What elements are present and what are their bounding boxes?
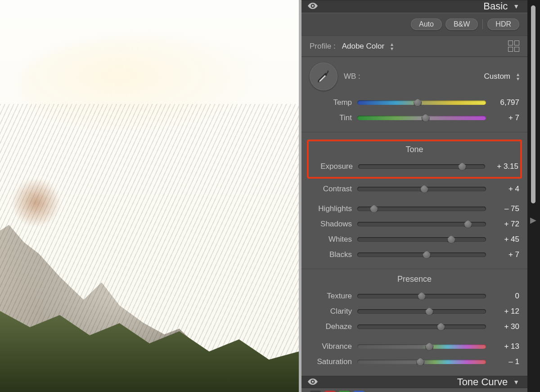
collapse-icon[interactable]: ▼ [513,3,519,10]
texture-label: Texture [310,292,352,301]
slider-knob[interactable] [370,205,378,213]
channel-swatches [302,389,527,392]
wb-value[interactable]: Custom [484,72,510,81]
pill-divider [482,19,483,29]
temp-row: Temp 6,797 [310,95,519,110]
slider-knob[interactable] [458,162,466,171]
blacks-value[interactable]: + 7 [491,250,519,259]
tone-curve-header[interactable]: Tone Curve ▼ [302,376,527,388]
tone-curve-body [302,388,527,392]
svg-point-1 [312,381,314,383]
mode-pill-row: Auto B&W HDR [302,13,527,36]
clarity-row: Clarity + 12 [310,304,519,319]
blacks-label: Blacks [310,250,352,259]
collapse-icon[interactable]: ▼ [513,378,519,386]
exposure-slider[interactable] [358,164,485,169]
tone-section: Tone Exposure + 3.15 Contrast + 4 [302,132,527,269]
texture-row: Texture 0 [310,288,519,304]
updown-icon[interactable]: ▴▾ [391,42,393,51]
temp-value[interactable]: 6,797 [491,98,519,107]
whites-slider[interactable] [357,237,486,242]
vibrance-label: Vibrance [310,342,352,351]
slider-knob[interactable] [414,99,422,107]
slider-knob[interactable] [447,235,455,243]
wb-section: WB : Custom ▴▾ Temp 6,797 Tint + 7 [302,57,527,132]
tint-label: Tint [310,113,352,122]
contrast-value[interactable]: + 4 [491,185,519,194]
panel-scrollbar[interactable]: ▶ [527,0,540,392]
profile-label: Profile : [310,42,336,51]
contrast-slider[interactable] [357,187,486,191]
texture-value[interactable]: 0 [491,292,519,301]
contrast-label: Contrast [310,185,352,194]
saturation-value[interactable]: – 1 [491,357,519,366]
slider-knob[interactable] [416,358,424,366]
tone-title: Tone [310,145,518,154]
basic-body: Auto B&W HDR Profile : Adobe Color ▴▾ [302,13,527,376]
dehaze-slider[interactable] [357,324,486,329]
tone-curve-title: Tone Curve [457,376,508,388]
dehaze-label: Dehaze [310,322,352,331]
exposure-label: Exposure [310,162,353,171]
presence-section: Presence Texture 0 Clarity + 12 Dehaze [302,269,527,376]
slider-knob[interactable] [418,292,426,300]
highlights-value[interactable]: – 75 [491,204,519,213]
exposure-row: Exposure + 3.15 [310,159,518,174]
clarity-slider[interactable] [357,309,486,314]
contrast-row: Contrast + 4 [310,181,519,197]
basic-title: Basic [483,0,508,12]
basic-header[interactable]: Basic ▼ [302,0,527,13]
slider-knob[interactable] [425,307,433,315]
flyout-icon[interactable]: ▶ [530,215,536,225]
presence-title: Presence [310,275,519,284]
highlights-slider[interactable] [357,207,486,211]
slider-knob[interactable] [437,323,445,331]
develop-panel: Basic ▼ Auto B&W HDR Profile : Adobe Col… [299,0,540,392]
vibrance-slider[interactable] [357,344,486,349]
bw-button[interactable]: B&W [446,18,478,30]
highlights-row: Highlights – 75 [310,201,519,216]
annotation-highlight: Tone Exposure + 3.15 [307,140,522,179]
saturation-slider[interactable] [357,360,486,364]
profile-browser-icon[interactable] [508,41,519,52]
tint-slider[interactable] [357,116,486,120]
vibrance-value[interactable]: + 13 [491,342,519,351]
eye-icon[interactable] [308,377,318,387]
shadows-row: Shadows + 72 [310,216,519,232]
updown-icon[interactable]: ▴▾ [517,72,519,81]
svg-point-0 [312,5,314,7]
slider-knob[interactable] [420,185,428,193]
slider-knob[interactable] [422,114,430,122]
clarity-label: Clarity [310,307,352,316]
shadows-value[interactable]: + 72 [491,220,519,229]
whites-label: Whites [310,235,352,244]
temp-slider[interactable] [357,100,486,105]
blacks-row: Blacks + 7 [310,247,519,262]
clarity-value[interactable]: + 12 [491,307,519,316]
shadows-slider[interactable] [357,222,486,226]
exposure-value[interactable]: + 3.15 [490,162,518,171]
saturation-label: Saturation [310,357,352,366]
preview-rust-patch [9,180,63,225]
wb-header: WB : Custom ▴▾ [310,63,519,90]
texture-slider[interactable] [357,294,486,298]
eye-icon[interactable] [308,1,318,11]
dehaze-value[interactable]: + 30 [491,322,519,331]
profile-value[interactable]: Adobe Color [342,42,385,51]
blacks-slider[interactable] [357,252,486,257]
auto-button[interactable]: Auto [411,18,442,30]
eyedropper-icon[interactable] [310,63,338,90]
slider-knob[interactable] [464,220,472,228]
saturation-row: Saturation – 1 [310,354,519,369]
image-preview[interactable] [0,0,299,392]
app-root: Basic ▼ Auto B&W HDR Profile : Adobe Col… [0,0,540,392]
shadows-label: Shadows [310,220,352,229]
whites-row: Whites + 45 [310,232,519,247]
panel-column: Basic ▼ Auto B&W HDR Profile : Adobe Col… [302,0,527,392]
whites-value[interactable]: + 45 [491,235,519,244]
hdr-button[interactable]: HDR [487,18,519,30]
slider-knob[interactable] [423,251,431,259]
slider-knob[interactable] [425,342,433,351]
wb-label: WB : [344,72,360,81]
tint-value[interactable]: + 7 [491,113,519,122]
